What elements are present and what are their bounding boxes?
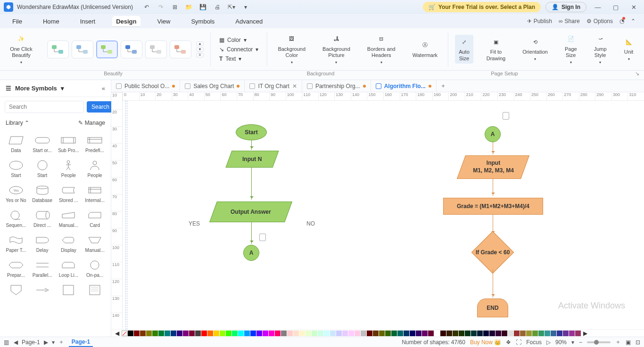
flowchart-grade-calc[interactable]: Grade = (M1+M2+M3+M4)/4 [443,198,543,215]
drawing-canvas[interactable]: Start Input N Output Answer YES NO A A I… [123,101,644,330]
color-swatch[interactable] [330,331,336,336]
flowchart-connector-a[interactable]: A [243,245,259,261]
collapse-sidebar-button[interactable]: « [102,85,105,92]
next-page-button[interactable]: ▶ [44,339,48,346]
smart-tag-icon[interactable] [259,234,266,241]
flowchart-input-m[interactable]: Input M1, M2, M3, M4 [457,155,529,179]
redo-button[interactable]: ↷ [157,3,165,11]
theme-scroll-up[interactable]: ▴ [196,41,204,46]
fit-width-button[interactable]: ⊡ [636,339,640,346]
color-swatch[interactable] [177,331,182,336]
shape-offpage[interactable] [3,281,29,300]
layers-button[interactable]: ❖ [506,339,511,346]
shape-note[interactable] [82,281,108,300]
color-swatch[interactable] [551,331,556,336]
tab-public-school[interactable]: Public School O... [111,80,180,92]
color-swatch[interactable] [483,331,489,336]
flowchart-decision[interactable]: If Grade < 60 [471,231,514,274]
text-dropdown[interactable]: TText▾ [217,55,243,63]
color-swatch[interactable] [538,331,544,336]
color-swatch[interactable] [238,331,244,336]
tab-sales-org[interactable]: Sales Org Chart [180,80,245,92]
sign-in-button[interactable]: 👤 Sign In [545,2,586,12]
color-dropdown[interactable]: ▦Color▾ [217,36,248,44]
shape-stored-data[interactable]: Stored ... [56,181,82,206]
color-swatch[interactable] [220,331,225,336]
shape-database[interactable]: Database [29,181,56,206]
shape-predefined[interactable]: Predefi... [82,131,108,156]
color-swatch[interactable] [575,331,581,336]
color-swatch[interactable] [318,331,323,336]
color-swatch[interactable] [545,331,550,336]
color-swatch[interactable] [428,331,434,336]
color-swatch[interactable] [477,331,483,336]
shape-data[interactable]: Data [3,131,29,156]
theme-expand[interactable]: ≡ [196,53,204,57]
flowchart-output-answer[interactable]: Output Answer [209,202,292,222]
theme-2[interactable] [72,40,93,58]
shape-arrow-right[interactable] [29,281,56,300]
color-swatch[interactable] [508,331,513,336]
color-swatch[interactable] [526,331,532,336]
options-button[interactable]: ⚙Options [586,18,613,24]
maximize-button[interactable]: ▢ [609,4,622,11]
flowchart-arrow[interactable] [251,140,252,150]
library-toggle[interactable]: Library ⌃ [6,120,29,126]
orientation-button[interactable]: ⟲Orientation▾ [519,35,552,64]
shape-sequential[interactable]: Sequen... [3,206,29,231]
color-swatch[interactable] [336,331,342,336]
color-swatch[interactable] [171,331,176,336]
qat-more-button[interactable]: ▾ [241,3,250,11]
color-swatch[interactable] [465,331,471,336]
presentation-button[interactable]: ▷ [546,339,551,346]
save-button[interactable]: 💾 [199,3,207,11]
color-swatch[interactable] [152,331,158,336]
zoom-in-button[interactable]: ＋ [615,338,621,346]
color-swatch[interactable] [367,331,372,336]
color-swatch[interactable] [569,331,575,336]
theme-1[interactable] [47,40,69,58]
color-swatch[interactable] [312,331,317,336]
color-swatch[interactable] [361,331,366,336]
color-swatch[interactable] [385,331,391,336]
tab-algorithm-flow[interactable]: Algorithm Flo... [371,80,437,92]
close-button[interactable]: ✕ [627,4,640,11]
color-swatch[interactable] [134,331,140,336]
watermark-button[interactable]: ⒶWatermark [409,38,441,60]
fit-page-button[interactable]: ▣ [626,339,631,346]
shape-delay[interactable]: Delay [29,231,56,256]
unit-button[interactable]: 📐Unit▾ [620,35,638,64]
flowchart-arrow[interactable] [493,142,493,154]
shape-loop-limit[interactable]: Loop Li... [56,256,82,281]
flowchart-arrow[interactable] [493,269,493,298]
color-swatch[interactable] [244,331,250,336]
palette-prev[interactable]: ◀ [115,330,119,337]
export-button[interactable]: ⇱▾ [227,3,236,11]
tab-it-org[interactable]: IT Org Chart✕ [245,80,302,92]
add-tab-button[interactable]: ＋ [437,80,450,92]
auto-size-button[interactable]: ⤢Auto Size [455,35,473,63]
symbol-search-button[interactable]: Search [87,101,114,113]
color-swatch[interactable] [379,331,385,336]
shape-parallel[interactable]: Parallel... [29,256,56,281]
color-swatch[interactable] [201,331,207,336]
fit-drawing-button[interactable]: ▣Fit to Drawing [483,35,509,63]
color-swatch[interactable] [520,331,526,336]
color-swatch[interactable] [281,331,287,336]
collapse-ribbon-button[interactable]: ⌃ [631,18,636,24]
shape-internal-storage[interactable]: Internal... [82,181,108,206]
manage-library-button[interactable]: ✎ Manage [78,120,105,126]
shape-yes-no[interactable]: YesYes or No [3,181,29,206]
open-button[interactable]: 📁 [185,3,193,11]
menu-symbols[interactable]: Symbols [187,16,218,27]
color-swatch[interactable] [232,331,238,336]
color-swatch[interactable] [250,331,256,336]
color-swatch[interactable] [183,331,189,336]
flowchart-arrow[interactable] [493,179,493,196]
color-swatch[interactable] [416,331,421,336]
color-swatch[interactable] [440,331,446,336]
menu-view[interactable]: View [154,16,174,27]
color-swatch[interactable] [397,331,403,336]
shape-sub-process[interactable]: Sub Pro... [56,131,82,156]
menu-file[interactable]: File [8,16,26,27]
